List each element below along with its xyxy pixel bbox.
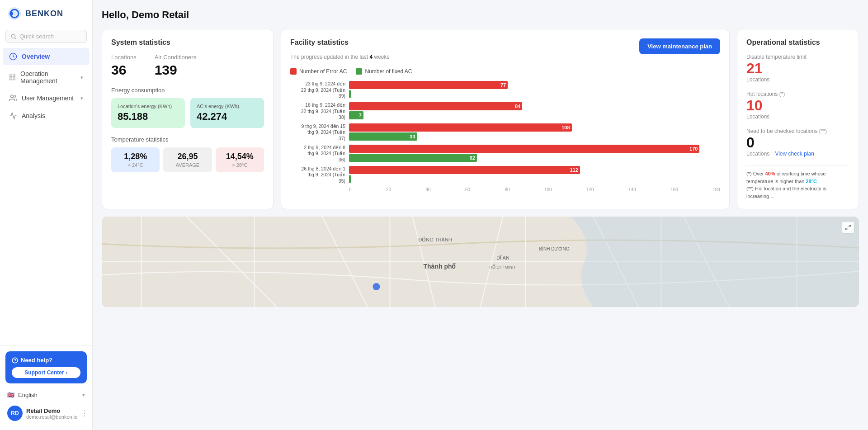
svg-point-3 <box>11 34 15 38</box>
svg-line-33 <box>849 225 850 227</box>
temperature-section: Temperature statistics 1,28% < 24°C 26,9… <box>111 136 264 172</box>
check-loc-row: Locations View check plan <box>746 151 849 157</box>
temp-avg-value: 26,95 <box>169 152 206 161</box>
error-legend-dot <box>290 68 297 75</box>
svg-text:Thành phố: Thành phố <box>424 263 457 270</box>
bar-group-4: 26 thg 8, 2024 đến 1thg 9, 2024 (Tuần35)… <box>290 166 720 184</box>
map-area: Thành phố ĐỒNG THÁNH BÌNH DƯƠNG DĨ AN HỒ… <box>102 217 859 307</box>
activity-icon <box>9 112 17 120</box>
chart-icon <box>9 52 17 61</box>
x-axis-label: 0 <box>349 187 352 192</box>
error-bar-4: 112 <box>349 166 580 174</box>
logo-area: BENKON <box>0 0 92 27</box>
user-info: Retail Demo demo.retail@benkon.io <box>26 407 77 420</box>
error-bar-1: 84 <box>349 102 522 110</box>
x-axis-label: 20 <box>386 187 391 192</box>
disable-temp-label: Disable temperature limit <box>746 54 849 60</box>
chevron-down-icon: ▾ <box>82 392 85 398</box>
facility-subtitle: The progress updated in the last 4 weeks <box>290 54 390 60</box>
question-icon <box>12 357 18 364</box>
chevron-down-icon: ▾ <box>80 95 83 101</box>
temp-avg-box: 26,95 AVERAGE <box>163 147 212 172</box>
ac-stat: Air Conditioners 139 <box>155 54 197 78</box>
facility-title-group: Facility statistics The progress updated… <box>290 38 390 66</box>
search-placeholder-text: Quick search <box>19 33 54 40</box>
x-axis-label: 40 <box>425 187 430 192</box>
bar-group-2: 9 thg 9, 2024 đến 15thg 9, 2024 (Tuần37)… <box>290 123 720 142</box>
legend-fixed: Number of fixed AC <box>356 68 412 75</box>
main-content: Hello, Demo Retail System statistics Loc… <box>93 0 868 430</box>
error-bar-0: 77 <box>349 81 508 89</box>
chart-legend: Number of Error AC Number of fixed AC <box>290 68 720 75</box>
bar-wrap-0: 77 0 <box>349 81 720 98</box>
user-options-button[interactable]: ⋮ <box>81 409 88 418</box>
chart-bars: 23 thg 9, 2024 đến29 thg 9, 2024 (Tuần39… <box>290 81 720 184</box>
bars-container-4: 112 0 <box>349 166 720 184</box>
ac-energy-box: AC's energy (KWh) 42.274 <box>190 98 264 128</box>
ac-energy-value: 42.274 <box>197 111 258 123</box>
svg-rect-8 <box>10 78 12 80</box>
facility-header: Facility statistics The progress updated… <box>290 38 720 66</box>
temp-cold-value: 1,28% <box>117 152 154 161</box>
user-name: Retail Demo <box>26 407 77 414</box>
fixed-bar-4: 0 <box>349 175 351 183</box>
facility-stats-card: Facility statistics The progress updated… <box>281 29 730 209</box>
fixed-bar-2: 33 <box>349 132 417 141</box>
user-row: RD Retail Demo demo.retail@benkon.io ⋮ <box>5 402 87 425</box>
map-svg: Thành phố ĐỒNG THÁNH BÌNH DƯƠNG DĨ AN HỒ… <box>102 217 859 307</box>
search-box[interactable]: Quick search <box>5 30 87 43</box>
svg-point-32 <box>373 283 380 290</box>
view-check-plan-link[interactable]: View check plan <box>775 151 814 157</box>
svg-point-10 <box>11 95 14 98</box>
location-energy-label: Location's energy (KWh) <box>118 104 179 109</box>
temp-hot-box: 14,54% > 28°C <box>216 147 264 172</box>
language-selector[interactable]: 🇬🇧 English ▾ <box>5 388 87 402</box>
temp-hot-value: 14,54% <box>221 152 259 161</box>
bars-container-1: 84 7 <box>349 102 720 120</box>
bar-label-1: 16 thg 9, 2024 đến22 thg 9, 2024 (Tuần38… <box>290 102 349 121</box>
bar-wrap-3: 170 62 <box>349 145 720 162</box>
ac-label: Air Conditioners <box>155 54 197 61</box>
error-bar-2: 108 <box>349 123 572 132</box>
benkon-logo-icon <box>7 6 22 21</box>
sidebar-item-operation[interactable]: Operation Management ▾ <box>3 66 90 89</box>
x-axis-label: 100 <box>544 187 552 192</box>
x-axis-label: 180 <box>712 187 720 192</box>
system-stats-title: System statistics <box>111 38 264 47</box>
disable-temp-sub: Locations <box>746 76 849 83</box>
fixed-legend-dot <box>356 68 362 75</box>
check-locations-item: Need to be checked locations (**) 0 Loca… <box>746 128 849 157</box>
sidebar-item-analysis[interactable]: Analysis <box>3 107 90 124</box>
logo-text: BENKON <box>25 9 63 19</box>
ac-energy-label: AC's energy (KWh) <box>197 104 258 109</box>
bar-group-3: 2 thg 9, 2024 đến 8thg 9, 2024 (Tuần36) … <box>290 145 720 163</box>
support-center-button[interactable]: Support Center › <box>12 367 80 378</box>
disable-temp-value: 21 <box>746 61 849 76</box>
svg-text:HỒ CHÍ MINH: HỒ CHÍ MINH <box>490 264 515 269</box>
hot-loc-value: 10 <box>746 98 849 113</box>
energy-row: Location's energy (KWh) 85.188 AC's ener… <box>111 98 264 128</box>
chart-x-axis: 020406080100120140160180 <box>349 187 720 192</box>
x-axis-label: 120 <box>586 187 594 192</box>
cards-row: System statistics Locations 36 Air Condi… <box>102 29 859 209</box>
svg-text:BÌNH DƯƠNG: BÌNH DƯƠNG <box>539 246 570 251</box>
map-expand-button[interactable] <box>842 221 854 234</box>
operational-stats-card: Operational statistics Disable temperatu… <box>737 29 859 209</box>
bars-container-3: 170 62 <box>349 145 720 163</box>
sidebar-item-overview[interactable]: Overview <box>3 48 90 65</box>
users-icon <box>9 94 17 102</box>
disable-temp-item: Disable temperature limit 21 Locations <box>746 54 849 83</box>
help-title: Need help? <box>12 357 80 364</box>
sidebar-item-user[interactable]: User Management ▾ <box>3 90 90 107</box>
location-energy-value: 85.188 <box>118 111 179 123</box>
view-maintenance-plan-button[interactable]: View maintenance plan <box>639 38 720 54</box>
svg-text:DĨ AN: DĨ AN <box>496 255 509 260</box>
locations-label: Locations <box>111 54 137 61</box>
ac-value: 139 <box>155 62 197 78</box>
sidebar-nav: Overview Operation Management ▾ User Man… <box>0 47 92 125</box>
bar-wrap-1: 84 7 <box>349 102 720 119</box>
system-stats-card: System statistics Locations 36 Air Condi… <box>102 29 274 209</box>
svg-line-34 <box>846 228 848 230</box>
ops-stats-title: Operational statistics <box>746 38 849 47</box>
sidebar: BENKON Quick search Overview Operation M… <box>0 0 93 430</box>
